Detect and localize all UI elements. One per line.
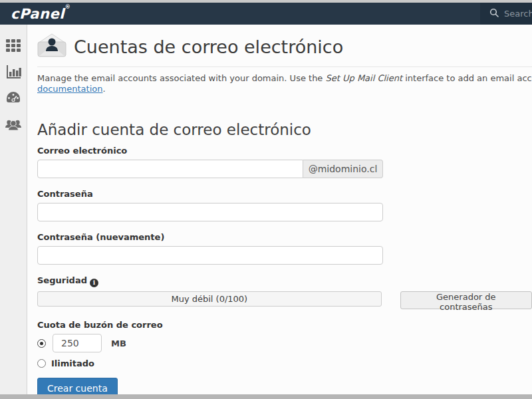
email-account-icon	[37, 33, 66, 61]
strength-row: Muy débil (0/100) Generador de contraseñ…	[37, 291, 532, 309]
quota-unit: MB	[111, 338, 126, 348]
password-strength-meter: Muy débil (0/100)	[37, 291, 382, 307]
bar-chart-icon	[5, 64, 21, 82]
description-line: Manage the email accounts associated wit…	[37, 73, 532, 84]
strength-label: Seguridadi	[37, 275, 532, 287]
password-label: Contraseña	[37, 189, 532, 199]
create-account-button[interactable]: Crear cuenta	[37, 378, 118, 394]
info-icon[interactable]: i	[90, 279, 98, 287]
users-icon	[5, 116, 22, 136]
header-search[interactable]	[480, 3, 532, 25]
grid-icon	[5, 37, 21, 56]
password-confirm-input[interactable]	[37, 246, 383, 265]
main-content: Cuentas de correo electrónico Manage the…	[27, 25, 532, 394]
top-navigation-bar: cPanel®	[0, 3, 532, 25]
documentation-link[interactable]: documentation	[37, 84, 102, 94]
quota-unlimited-label: Ilimitado	[51, 358, 94, 368]
quota-label: Cuota de buzón de correo	[37, 320, 532, 330]
email-label: Correo electrónico	[37, 146, 532, 156]
email-input[interactable]	[37, 160, 303, 178]
quota-custom-row: MB	[37, 334, 532, 352]
sidebar-item-dashboard[interactable]	[5, 91, 22, 108]
gauge-icon	[5, 90, 22, 110]
registered-mark: ®	[65, 4, 71, 10]
email-input-group: @midominio.cl	[37, 160, 383, 178]
sidebar-item-home[interactable]	[5, 38, 22, 55]
password-input[interactable]	[37, 203, 383, 221]
sidebar-item-statistics[interactable]	[5, 65, 22, 82]
quota-unlimited-radio[interactable]	[37, 359, 46, 368]
left-sidebar	[0, 25, 27, 394]
search-input[interactable]	[504, 9, 532, 19]
cpanel-logo: cPanel®	[0, 6, 70, 22]
quota-unlimited-row: Ilimitado	[37, 358, 532, 368]
page-description: Manage the email accounts associated wit…	[37, 73, 532, 94]
quota-custom-radio[interactable]	[37, 339, 46, 348]
page-header: Cuentas de correo electrónico	[37, 34, 532, 59]
password-confirm-label: Contraseña (nuevamente)	[37, 232, 532, 242]
sidebar-item-users[interactable]	[5, 118, 22, 135]
window-frame-bottom	[0, 394, 532, 399]
window-frame-top	[0, 0, 532, 3]
strength-meter-text: Muy débil (0/100)	[171, 294, 247, 304]
page-title: Cuentas de correo electrónico	[74, 37, 343, 57]
domain-addon: @midominio.cl	[303, 160, 383, 178]
add-account-heading: Añadir cuenta de correo electrónico	[37, 121, 532, 138]
quota-value-input[interactable]	[53, 334, 102, 352]
title-divider	[37, 66, 532, 67]
password-generator-button[interactable]: Generador de contraseñas	[400, 291, 532, 309]
search-icon	[489, 7, 499, 20]
